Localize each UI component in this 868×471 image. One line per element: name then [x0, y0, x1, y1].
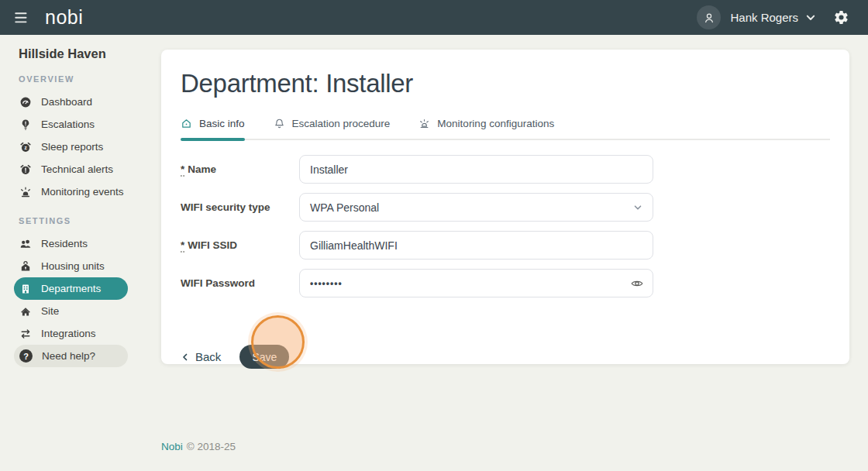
tab-monitoring-configurations[interactable]: Monitoring configurations — [418, 118, 554, 129]
app-logo[interactable]: nobi — [45, 6, 83, 29]
sidebar-item-housing-units[interactable]: Housing units — [14, 255, 128, 277]
sidebar-item-label: Integrations — [41, 328, 96, 339]
wifi-security-type-select[interactable]: WPA Personal — [299, 193, 653, 222]
need-help-label: Need help? — [42, 350, 95, 362]
sidebar-item-integrations[interactable]: Integrations — [14, 322, 128, 345]
form-row-wifi-password: WIFI Password — [181, 269, 830, 297]
sidebar-item-label: Departments — [41, 283, 101, 294]
footer: Nobi© 2018-25 — [161, 441, 236, 452]
chevron-down-icon[interactable] — [805, 12, 816, 23]
wifi-ssid-label: *WIFI SSID — [181, 239, 299, 251]
wifi-password-field — [299, 269, 653, 297]
sidebar-item-departments[interactable]: Departments — [14, 277, 128, 300]
siren-icon — [19, 186, 32, 198]
siren-outline-icon — [418, 118, 430, 129]
tab-label: Monitoring configurations — [437, 118, 554, 129]
house-lock-icon — [19, 260, 32, 273]
house-icon — [19, 305, 32, 318]
user-menu[interactable]: Hank Rogers — [697, 5, 849, 29]
form-row-wifi-security-type: WIFI security type WPA Personal — [181, 193, 830, 222]
sidebar-item-label: Sleep reports — [41, 141, 103, 153]
back-label: Back — [195, 350, 221, 363]
tab-basic-info[interactable]: Basic info — [181, 118, 245, 129]
building-icon — [19, 283, 32, 295]
wifi-ssid-input[interactable] — [299, 231, 653, 260]
sidebar-item-label: Residents — [41, 238, 88, 249]
name-input[interactable] — [299, 155, 653, 184]
tab-divider — [181, 139, 830, 140]
sidebar-item-sleep-reports[interactable]: z Sleep reports — [14, 136, 128, 158]
sidebar-item-dashboard[interactable]: Dashboard — [14, 91, 128, 113]
basic-info-form: *Name WIFI security type WPA Personal *W… — [181, 155, 830, 297]
escalations-bulb-icon — [19, 119, 32, 131]
house-outline-icon — [181, 118, 192, 129]
hamburger-menu-icon[interactable] — [14, 12, 29, 24]
select-value: WPA Personal — [310, 201, 633, 214]
wifi-password-input[interactable] — [299, 269, 653, 297]
svg-text:z: z — [24, 145, 26, 150]
sidebar-item-label: Site — [41, 305, 59, 317]
required-mark: * — [181, 239, 184, 251]
save-button[interactable]: Save — [239, 345, 289, 369]
eye-icon[interactable] — [630, 277, 644, 291]
tab-bar: Basic info Escalation procedure Monitori… — [181, 118, 830, 129]
need-help-button[interactable]: ? Need help? — [14, 345, 128, 367]
people-icon — [19, 238, 32, 250]
tab-label: Escalation procedure — [292, 118, 391, 129]
bell-icon — [274, 118, 285, 129]
form-row-wifi-ssid: *WIFI SSID — [181, 231, 830, 260]
sidebar-item-label: Dashboard — [41, 96, 92, 108]
gear-icon[interactable] — [833, 9, 849, 26]
user-name[interactable]: Hank Rogers — [730, 11, 798, 24]
name-label: *Name — [181, 163, 299, 175]
chevron-down-icon — [633, 203, 642, 212]
section-label-settings: SETTINGS — [19, 216, 152, 225]
chevron-left-icon — [181, 352, 190, 362]
tab-label: Basic info — [199, 118, 245, 129]
wifi-security-type-label: WIFI security type — [181, 201, 299, 213]
footer-copyright: © 2018-25 — [187, 441, 236, 452]
site-name: Hillside Haven — [19, 46, 152, 61]
topbar: nobi Hank Rogers — [0, 0, 868, 35]
sidebar-item-label: Monitoring events — [41, 186, 124, 198]
back-button[interactable]: Back — [181, 350, 221, 363]
section-label-overview: OVERVIEW — [19, 74, 152, 84]
alarm-clock-sleep-icon: z — [19, 141, 32, 153]
user-avatar[interactable] — [697, 5, 721, 29]
department-detail-card: Department: Installer Basic info Escalat… — [161, 50, 849, 364]
active-tab-indicator — [181, 138, 245, 141]
sidebar-item-label: Housing units — [41, 260, 105, 272]
question-icon: ? — [19, 349, 33, 363]
sidebar-item-technical-alerts[interactable]: Technical alerts — [14, 158, 128, 180]
sidebar-item-label: Technical alerts — [41, 163, 113, 175]
form-actions: Back Save — [181, 345, 830, 369]
sidebar-item-residents[interactable]: Residents — [14, 232, 128, 255]
page-title: Department: Installer — [181, 69, 830, 98]
sidebar-item-site[interactable]: Site — [14, 300, 128, 322]
swap-arrows-icon — [19, 328, 32, 340]
tab-escalation-procedure[interactable]: Escalation procedure — [274, 118, 391, 129]
required-mark: * — [181, 163, 184, 175]
wifi-password-label: WIFI Password — [181, 277, 299, 289]
sidebar-item-label: Escalations — [41, 119, 95, 130]
dashboard-icon — [19, 96, 32, 108]
sidebar-item-monitoring-events[interactable]: Monitoring events — [14, 180, 128, 203]
footer-brand-link[interactable]: Nobi — [161, 441, 183, 452]
form-row-name: *Name — [181, 155, 830, 184]
sidebar: Hillside Haven OVERVIEW Dashboard Escala… — [0, 35, 152, 367]
person-icon — [701, 10, 717, 26]
sidebar-item-escalations[interactable]: Escalations — [14, 113, 128, 136]
alarm-clock-alert-icon — [19, 163, 32, 176]
